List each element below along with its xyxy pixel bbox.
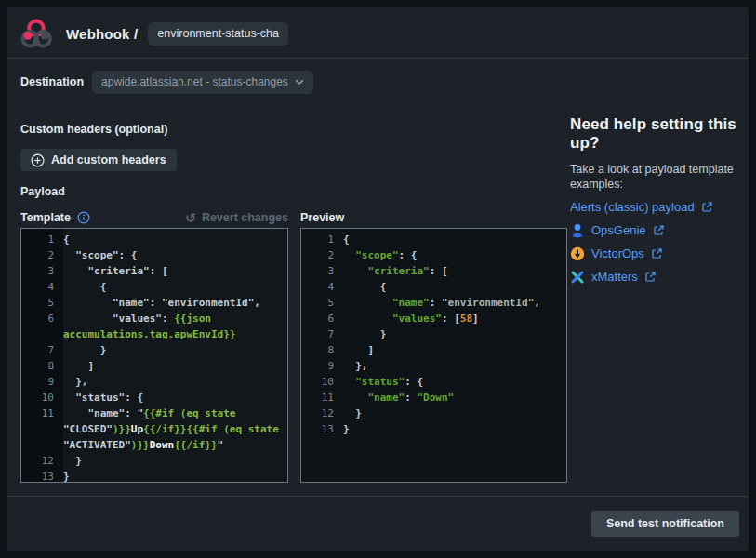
link-opsgenie[interactable]: OpsGenie [570,219,745,242]
code-line: 6 "values": {{json accumulations.tag.apw… [21,311,287,342]
add-custom-headers-label: Add custom headers [51,153,166,166]
webhook-logo-icon [19,16,54,51]
code-line: 8 ] [21,358,287,374]
code-line: 7 } [301,326,566,342]
code-line: 2 "scope": { [301,247,566,263]
line-number: 2 [21,247,63,263]
code-line: 4 { [21,279,287,295]
line-number: 7 [301,326,343,342]
line-number: 5 [301,295,343,311]
plus-circle-icon [31,153,45,167]
line-number: 9 [21,374,63,390]
alerts-payload-link-label: Alerts (classic) payload [570,200,695,214]
send-test-notification-button[interactable]: Send test notification [591,511,739,537]
line-number: 13 [21,469,63,483]
revert-changes-button[interactable]: ↺ Revert changes [185,211,288,224]
link-victorops[interactable]: VictorOps [570,242,745,265]
code-line: 1{ [301,232,566,247]
destination-label: Destination [20,75,84,88]
line-number: 13 [301,421,343,437]
code-line: 13} [21,469,287,483]
line-number: 8 [21,358,63,374]
webhook-dialog: Webhook / environment-status-cha Destina… [7,7,749,551]
template-editor[interactable]: 1{2 "scope": {3 "criteria": [4 {5 "name"… [20,228,288,483]
code-line: 12 } [301,405,566,421]
line-number: 11 [301,390,343,405]
code-line: 3 "criteria": [ [21,263,287,279]
link-xmatters[interactable]: xMatters [570,265,745,288]
webhook-name-input[interactable]: environment-status-cha [148,22,288,46]
line-number: 5 [21,295,63,311]
add-custom-headers-button[interactable]: Add custom headers [20,149,177,171]
external-link-icon [644,271,657,283]
line-number: 6 [301,311,343,326]
code-line: 9 }, [21,374,287,390]
line-number: 12 [21,453,63,469]
line-number: 1 [21,232,63,247]
code-line: 1{ [21,232,287,247]
page-title: Webhook / [66,26,138,42]
line-number: 3 [301,263,343,279]
code-line: 9 }, [301,358,566,374]
line-number: 12 [301,405,343,421]
line-number: 4 [21,279,63,295]
code-line: 2 "scope": { [21,247,287,263]
code-line: 3 "criteria": [ [301,263,566,279]
xmatters-icon [570,270,585,285]
header-divider [7,58,749,59]
destination-value: apwide.atlassian.net - status-changes [101,75,288,88]
help-title: Need help setting this up? [570,115,745,153]
line-number: 11 [21,405,63,421]
external-link-icon [653,224,665,236]
footer-divider [7,496,749,497]
code-line: 5 "name": "environmentId", [21,295,287,311]
payload-label: Payload [20,185,65,198]
custom-headers-label: Custom headers (optional) [20,123,167,136]
help-panel: Need help setting this up? Take a look a… [570,115,745,288]
line-number: 1 [301,232,343,247]
destination-row: Destination apwide.atlassian.net - statu… [20,70,313,94]
help-intro: Take a look at payload template examples… [570,162,745,192]
xmatters-link-label: xMatters [591,270,638,284]
victorops-link-label: VictorOps [591,246,644,260]
chevron-down-icon [295,79,304,86]
code-line: 10 "status": { [21,390,287,405]
code-line: 12 } [21,453,287,469]
link-alerts-payload[interactable]: Alerts (classic) payload [570,195,745,219]
code-line: 11 "name": "{{#if (eq state "CLOSED")}}U… [21,405,287,453]
code-line: 10 "status": { [301,374,566,390]
line-number: 2 [301,247,343,263]
opsgenie-link-label: OpsGenie [591,223,646,237]
code-line: 7 } [21,342,287,358]
info-icon[interactable] [77,211,90,224]
template-label: Template [20,211,71,224]
line-number: 4 [301,279,343,295]
external-link-icon [701,201,713,213]
line-number: 8 [301,342,343,358]
undo-icon: ↺ [185,211,196,224]
line-number: 10 [301,374,343,390]
opsgenie-icon [570,223,585,238]
template-header-row: Template ↺ Revert changes [20,211,288,224]
dialog-header: Webhook / environment-status-cha [19,15,288,52]
code-line: 11 "name": "Down" [301,390,566,405]
code-line: 5 "name": "environmentId", [301,295,566,311]
line-number: 10 [21,390,63,405]
victorops-icon [570,246,585,261]
preview-editor[interactable]: 1{2 "scope": {3 "criteria": [4 {5 "name"… [300,228,567,483]
external-link-icon [651,247,663,259]
code-line: 4 { [301,279,566,295]
code-line: 8 ] [301,342,566,358]
line-number: 7 [21,342,63,358]
line-number: 9 [301,358,343,374]
line-number: 6 [21,311,63,326]
line-number: 3 [21,263,63,279]
webhook-config-screen: Webhook / environment-status-cha Destina… [0,0,756,558]
code-line: 6 "values": [58] [301,311,566,326]
destination-select[interactable]: apwide.atlassian.net - status-changes [92,71,313,94]
revert-changes-label: Revert changes [202,211,288,224]
preview-label: Preview [300,211,344,224]
code-line: 13} [301,421,566,437]
